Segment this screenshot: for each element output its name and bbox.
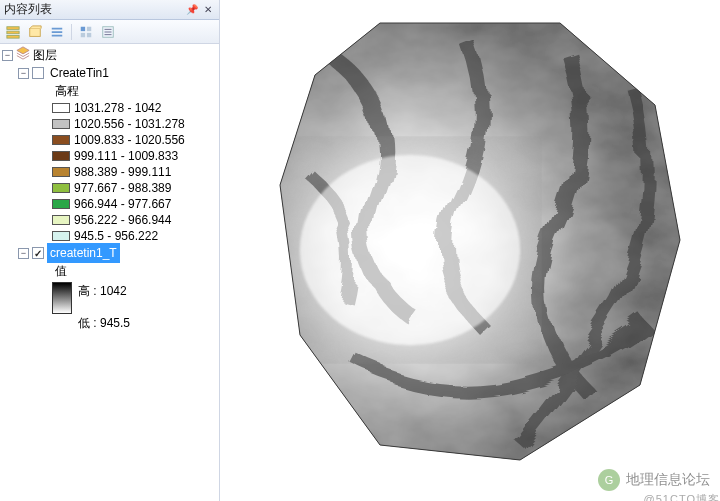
legend-swatch: [52, 119, 70, 129]
layers-icon: [16, 46, 30, 65]
legend-swatch: [52, 215, 70, 225]
panel-header[interactable]: 内容列表 📌 ✕: [0, 0, 219, 20]
svg-rect-0: [7, 26, 19, 29]
layer-createtin1-t[interactable]: − createtin1_T: [0, 244, 219, 262]
terrain-raster: [260, 15, 690, 465]
list-by-selection-button[interactable]: [76, 22, 96, 42]
table-of-contents-panel: 内容列表 📌 ✕ − 图层: [0, 0, 220, 501]
legend-class-row: 956.222 - 966.944: [0, 212, 219, 228]
gradient-swatch: [52, 282, 72, 314]
layer-label: createtin1_T: [47, 243, 120, 263]
legend-swatch: [52, 183, 70, 193]
watermark-text: 地理信息论坛: [626, 471, 710, 489]
legend-swatch: [52, 231, 70, 241]
legend-heading: 值: [0, 262, 219, 280]
legend-class-row: 966.944 - 977.667: [0, 196, 219, 212]
legend-heading: 高程: [0, 82, 219, 100]
panel-controls: 📌 ✕: [185, 3, 215, 17]
panel-title: 内容列表: [4, 1, 52, 18]
layer-visibility-checkbox[interactable]: [32, 67, 44, 79]
svg-rect-3: [30, 28, 41, 36]
legend-class-row: 1031.278 - 1042: [0, 100, 219, 116]
list-by-source-button[interactable]: [25, 22, 45, 42]
options-button[interactable]: [98, 22, 118, 42]
legend-swatch: [52, 167, 70, 177]
legend-swatch: [52, 103, 70, 113]
stretch-legend: 高 : 1042 低 : 945.5: [0, 280, 219, 332]
legend-class-row: 977.667 - 988.389: [0, 180, 219, 196]
legend-class-row: 999.111 - 1009.833: [0, 148, 219, 164]
legend-swatch: [52, 151, 70, 161]
legend-low: 低 : 945.5: [78, 314, 130, 332]
list-by-visibility-button[interactable]: [47, 22, 67, 42]
watermark-sub: @51CTO博客: [644, 492, 720, 501]
list-by-drawing-order-button[interactable]: [3, 22, 23, 42]
svg-rect-1: [7, 31, 19, 34]
legend-swatch: [52, 135, 70, 145]
legend-class-row: 1009.833 - 1020.556: [0, 132, 219, 148]
map-view[interactable]: G 地理信息论坛 @51CTO博客: [220, 0, 720, 501]
svg-point-11: [300, 155, 520, 345]
close-icon[interactable]: ✕: [201, 3, 215, 17]
watermark-logo-icon: G: [598, 469, 620, 491]
legend-high: 高 : 1042: [78, 282, 130, 300]
svg-rect-5: [87, 26, 91, 30]
svg-rect-4: [81, 26, 85, 30]
legend-class-row: 1020.556 - 1031.278: [0, 116, 219, 132]
collapse-icon[interactable]: −: [18, 248, 29, 259]
svg-rect-6: [81, 32, 85, 36]
watermark: G 地理信息论坛: [598, 469, 710, 491]
layer-label: CreateTin1: [47, 63, 112, 83]
collapse-icon[interactable]: −: [2, 50, 13, 61]
layer-visibility-checkbox[interactable]: [32, 247, 44, 259]
svg-rect-2: [7, 35, 19, 38]
legend-class-row: 945.5 - 956.222: [0, 228, 219, 244]
root-label: 图层: [30, 45, 60, 65]
toolbar-separator: [71, 24, 72, 40]
pin-icon[interactable]: 📌: [185, 3, 199, 17]
legend-swatch: [52, 199, 70, 209]
tree-root[interactable]: − 图层: [0, 46, 219, 64]
layer-tree[interactable]: − 图层 − CreateTin1 高程 1031.278 - 10421020…: [0, 44, 219, 501]
layer-createtin1[interactable]: − CreateTin1: [0, 64, 219, 82]
svg-rect-7: [87, 32, 91, 36]
legend-class-row: 988.389 - 999.111: [0, 164, 219, 180]
collapse-icon[interactable]: −: [18, 68, 29, 79]
panel-toolbar: [0, 20, 219, 44]
